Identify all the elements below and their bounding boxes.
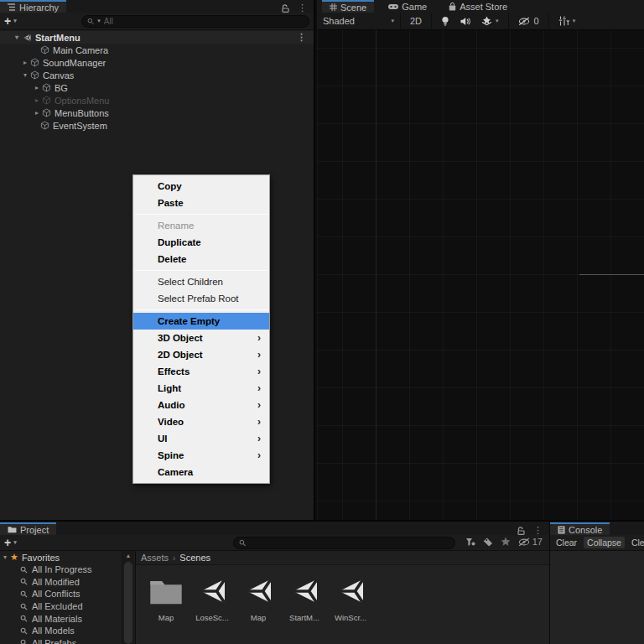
hierarchy-tabbar: Hierarchy ⋮ [0, 0, 314, 13]
hidden-objects-count: 0 [534, 16, 539, 26]
scrollbar-thumb[interactable] [124, 562, 132, 644]
favorites-item-all-conflicts[interactable]: All Conflicts [0, 588, 122, 600]
menu-item-audio[interactable]: Audio› [133, 397, 269, 413]
tab-asset-store[interactable]: Asset Store [441, 0, 515, 13]
console-collapse-button[interactable]: Collapse [584, 537, 625, 548]
filter-by-label-icon[interactable] [483, 538, 493, 547]
favorites-item-label: All In Progress [32, 564, 92, 574]
file-tile-scene[interactable]: WinScr... [330, 573, 371, 622]
favorites-scrollbar[interactable]: ▲ [122, 551, 134, 644]
gamepad-icon [388, 3, 398, 10]
foldout-expanded-icon[interactable]: ▾ [12, 34, 22, 41]
file-tile-scene[interactable]: Map [238, 573, 278, 622]
hierarchy-search-input[interactable] [104, 17, 304, 26]
shading-mode-dropdown[interactable]: Shaded ▾ [317, 13, 401, 30]
tab-scene[interactable]: Scene [322, 0, 374, 13]
tree-item[interactable]: EventSystem [0, 119, 314, 132]
console-clear-on-play-button[interactable]: Clea [628, 537, 644, 548]
favorites-item-all-excluded[interactable]: All Excluded [0, 600, 122, 613]
foldout-collapsed-icon[interactable]: ▸ [32, 84, 42, 91]
breadcrumb-assets[interactable]: Assets [141, 553, 169, 563]
tree-item[interactable]: ▾ Canvas [0, 69, 314, 81]
submenu-arrow-icon: › [257, 430, 261, 447]
tree-item[interactable]: ▸ MenuButtons [0, 106, 314, 119]
favorites-item-all-modified[interactable]: All Modified [0, 576, 122, 589]
lock-icon[interactable] [282, 4, 289, 13]
menu-item-3d-object[interactable]: 3D Object› [133, 330, 269, 346]
search-filter-caret-icon[interactable]: ▾ [97, 18, 101, 24]
submenu-arrow-icon: › [257, 413, 261, 430]
tree-item[interactable]: Main Camera [0, 44, 314, 56]
favorites-star-icon[interactable] [501, 537, 511, 547]
foldout-expanded-icon[interactable]: ▾ [0, 553, 10, 561]
scene-options-icon[interactable]: ⋮ [297, 33, 306, 42]
menu-item-duplicate[interactable]: Duplicate [133, 234, 269, 251]
favorites-item-all-prefabs[interactable]: All Prefabs [0, 637, 122, 644]
scene-audio-button[interactable] [457, 14, 474, 29]
tree-item-disabled[interactable]: ▸ OptionsMenu [0, 94, 314, 106]
hierarchy-menu-icon[interactable]: ⋮ [298, 3, 307, 13]
unity-scene-icon [242, 574, 275, 608]
submenu-arrow-icon: › [257, 380, 261, 397]
menu-item-effects[interactable]: Effects› [133, 363, 269, 380]
project-menu-icon[interactable]: ⋮ [533, 526, 543, 535]
favorites-header[interactable]: ▾ ★ Favorites [0, 551, 122, 564]
favorites-item-all-models[interactable]: All Models [0, 625, 122, 637]
menu-item-2d-object[interactable]: 2D Object› [133, 346, 269, 363]
scene-effects-button[interactable]: ▾ [478, 14, 502, 29]
foldout-collapsed-icon[interactable]: ▸ [32, 96, 42, 104]
menu-item-camera[interactable]: Camera [133, 464, 269, 480]
file-tile-scene[interactable]: LoseSc... [192, 573, 232, 622]
breadcrumb-scenes[interactable]: Scenes [179, 553, 210, 563]
scene-visibility-button[interactable]: 0 [515, 14, 543, 29]
submenu-arrow-icon: › [257, 330, 261, 346]
project-search-box[interactable] [233, 537, 455, 549]
menu-item-spine[interactable]: Spine› [133, 447, 269, 464]
toggle-2d-button[interactable]: 2D [407, 14, 425, 29]
menu-item-select-children[interactable]: Select Children [133, 273, 269, 290]
menu-item-copy[interactable]: Copy [133, 178, 269, 195]
filter-by-type-icon[interactable] [465, 537, 475, 547]
lock-icon[interactable] [517, 527, 525, 535]
project-search-input[interactable] [250, 538, 449, 548]
tab-project[interactable]: Project [0, 522, 56, 535]
gizmos-button[interactable]: ▾ [555, 14, 579, 29]
gameobject-cube-icon [30, 70, 39, 80]
file-tile-folder[interactable]: Map [146, 573, 186, 622]
menu-item-delete[interactable]: Delete [133, 251, 269, 267]
hidden-packages-toggle[interactable]: 17 [518, 537, 543, 547]
foldout-expanded-icon[interactable]: ▾ [20, 71, 30, 79]
menu-item-select-prefab-root[interactable]: Select Prefab Root [133, 290, 269, 307]
menu-item-paste[interactable]: Paste [133, 195, 269, 211]
scroll-up-icon[interactable]: ▲ [122, 551, 134, 561]
tree-item-label: Canvas [43, 70, 74, 80]
menu-separator [134, 214, 268, 215]
favorites-item-all-in-progress[interactable]: All In Progress [0, 564, 122, 576]
console-clear-button[interactable]: Clear [553, 537, 580, 548]
create-object-button[interactable]: +▾ [4, 14, 17, 28]
tab-game[interactable]: Game [381, 0, 434, 13]
tab-console[interactable]: Console [550, 522, 610, 535]
foldout-collapsed-icon[interactable]: ▸ [20, 59, 30, 66]
file-tile-scene[interactable]: StartM... [284, 573, 325, 622]
hierarchy-search-box[interactable]: ▾ [81, 15, 309, 28]
tree-item-scene[interactable]: ▾ StartMenu ⋮ [0, 31, 314, 44]
chevron-down-icon[interactable]: ▾ [573, 18, 576, 24]
menu-item-light[interactable]: Light› [133, 380, 269, 397]
menu-item-create-empty[interactable]: Create Empty [133, 313, 269, 330]
breadcrumb-separator-icon: › [173, 553, 175, 563]
favorites-item-all-materials[interactable]: All Materials [0, 612, 122, 625]
tree-item[interactable]: ▸ BG [0, 81, 314, 94]
menu-item-ui[interactable]: UI› [133, 430, 269, 447]
create-asset-button[interactable]: +▾ [4, 536, 17, 549]
menu-item-rename[interactable]: Rename [133, 217, 269, 234]
scene-viewport[interactable] [317, 30, 644, 520]
favorites-item-label: All Materials [32, 614, 82, 624]
tab-hierarchy[interactable]: Hierarchy [0, 0, 66, 13]
foldout-collapsed-icon[interactable]: ▸ [32, 109, 42, 117]
menu-item-video[interactable]: Video› [133, 413, 269, 430]
chevron-down-icon: ▾ [391, 18, 394, 24]
chevron-down-icon[interactable]: ▾ [496, 18, 499, 24]
scene-lighting-button[interactable] [438, 14, 453, 29]
tree-item[interactable]: ▸ SoundManager [0, 56, 314, 69]
